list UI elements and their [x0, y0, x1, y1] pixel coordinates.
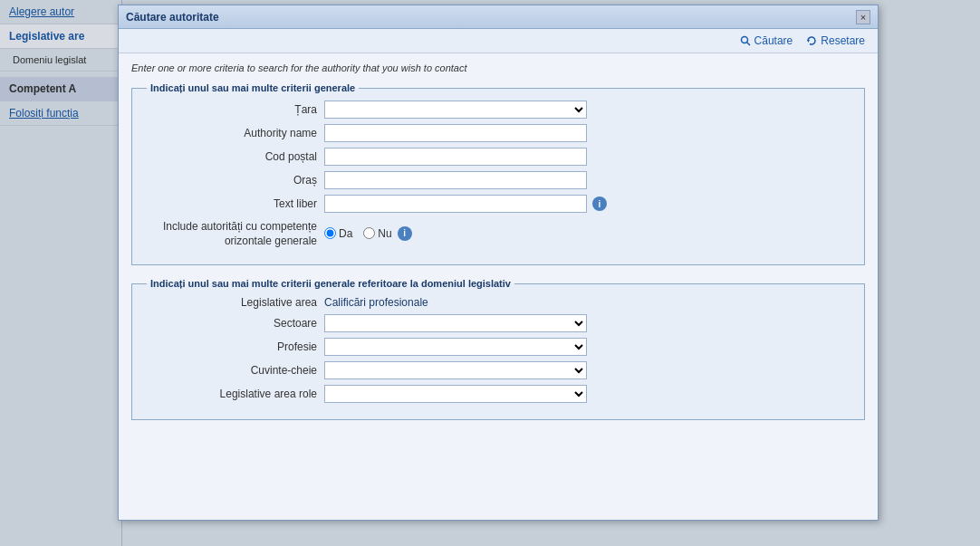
sectors-label: Sectoare [143, 317, 324, 330]
legislative-area-value: Calificări profesionale [324, 296, 428, 309]
city-label: Oraș [143, 174, 324, 187]
postal-code-label: Cod poștal [143, 150, 324, 163]
svg-line-1 [746, 43, 750, 46]
include-auth-info-icon[interactable]: i [398, 226, 412, 241]
role-select[interactable] [324, 385, 587, 403]
svg-marker-2 [807, 40, 810, 43]
keywords-label: Cuvinte-cheie [143, 364, 324, 377]
instruction-text: Enter one or more criteria to search for… [131, 62, 865, 73]
radio-yes[interactable] [324, 227, 336, 239]
reset-button[interactable]: Resetare [802, 33, 869, 49]
role-label: Legislative area role [143, 388, 324, 400]
country-row: Țara [143, 101, 853, 119]
sectors-row: Sectoare [143, 314, 853, 332]
authority-name-row: Authority name [143, 124, 853, 142]
legislative-criteria-legend: Indicați unul sau mai multe criterii gen… [147, 278, 514, 289]
city-input[interactable] [324, 171, 587, 189]
role-row: Legislative area role [143, 385, 853, 403]
modal-toolbar: Căutare Resetare [119, 29, 878, 53]
radio-no[interactable] [363, 227, 375, 239]
keywords-select[interactable] [324, 361, 587, 379]
postal-code-input[interactable] [324, 148, 587, 166]
modal-body: Enter one or more criteria to search for… [119, 53, 878, 442]
legislative-area-label: Legislative area [143, 296, 324, 309]
free-text-row: Text liber i [143, 195, 853, 213]
search-button[interactable]: Căutare [735, 33, 797, 49]
search-authority-modal: Căutare autoritate × Căutare Resetare [118, 5, 879, 521]
country-label: Țara [143, 103, 324, 116]
keywords-row: Cuvinte-cheie [143, 361, 853, 379]
svg-point-0 [741, 37, 747, 43]
free-text-input[interactable] [324, 195, 587, 213]
reset-icon [805, 34, 818, 47]
authority-name-input[interactable] [324, 124, 587, 142]
legislative-criteria-fieldset: Indicați unul sau mai multe criterii gen… [131, 278, 865, 420]
include-auth-label: Include autorități cu competențe orizont… [143, 218, 324, 248]
postal-code-row: Cod poștal [143, 148, 853, 166]
free-text-info-icon[interactable]: i [592, 196, 607, 211]
include-auth-radio-group: Da Nu [324, 227, 392, 240]
search-icon [739, 34, 752, 47]
city-row: Oraș [143, 171, 853, 189]
include-auth-row: Include autorități cu competențe orizont… [143, 218, 853, 248]
profession-label: Profesie [143, 340, 324, 353]
modal-close-button[interactable]: × [856, 10, 870, 24]
modal-title: Căutare autoritate [126, 11, 219, 24]
sectors-select[interactable] [324, 314, 587, 332]
profession-select[interactable] [324, 338, 587, 356]
country-select[interactable] [324, 101, 587, 119]
modal-titlebar: Căutare autoritate × [119, 5, 878, 29]
free-text-label: Text liber [143, 197, 324, 210]
general-criteria-legend: Indicați unul sau mai multe criterii gen… [147, 82, 359, 93]
general-criteria-fieldset: Indicați unul sau mai multe criterii gen… [131, 82, 865, 265]
profession-row: Profesie [143, 338, 853, 356]
radio-no-label[interactable]: Nu [363, 227, 391, 240]
authority-name-label: Authority name [143, 127, 324, 139]
radio-yes-label[interactable]: Da [324, 227, 352, 240]
legislative-area-row: Legislative area Calificări profesionale [143, 296, 853, 309]
